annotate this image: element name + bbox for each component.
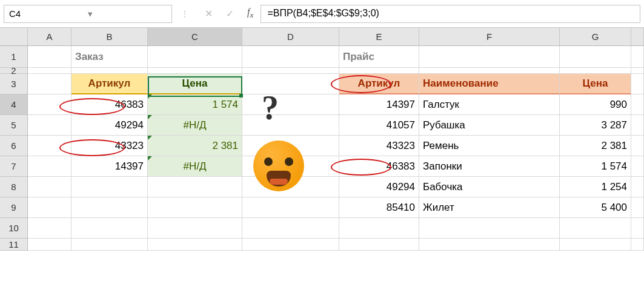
t2-head-price[interactable]: Цена [560,74,631,94]
t2-price[interactable]: 1 254 [560,177,631,197]
cell[interactable] [28,177,71,197]
t2-name[interactable]: Бабочка [419,177,560,197]
row-header-5[interactable]: 5 [0,115,28,136]
t2-name[interactable]: Жилет [419,197,560,218]
cell[interactable] [419,68,560,74]
row-header-7[interactable]: 7 [0,156,28,177]
cell[interactable] [419,218,560,239]
cell[interactable] [28,46,71,68]
t2-price[interactable]: 990 [560,94,631,115]
t1-art[interactable]: 46383 [71,94,148,115]
t2-art[interactable]: 85410 [339,197,419,218]
row-header-11[interactable]: 11 [0,239,28,251]
cell[interactable] [148,68,242,74]
chevron-down-icon[interactable]: ▾ [88,8,167,19]
row-header-8[interactable]: 8 [0,177,28,197]
cell[interactable] [339,218,419,239]
cell[interactable] [242,68,339,74]
row-header-4[interactable]: 4 [0,94,28,115]
t1-price[interactable]: 2 381 [148,136,242,156]
fx-icon[interactable]: fx [247,7,253,20]
cell[interactable] [631,218,644,239]
row-header-2[interactable]: 2 [0,68,28,74]
cell[interactable] [560,46,631,68]
enter-icon[interactable]: ✓ [226,8,234,19]
cell[interactable] [419,239,560,251]
row-header-9[interactable]: 9 [0,197,28,218]
cell[interactable] [560,68,631,74]
cell[interactable] [71,239,148,251]
cell[interactable] [71,218,148,239]
column-header-C[interactable]: C [148,28,242,46]
row-header-1[interactable]: 1 [0,46,28,68]
cell[interactable] [631,68,644,74]
cell[interactable] [339,68,419,74]
t1-price[interactable]: 1 574 [148,94,242,115]
cell[interactable] [560,239,631,251]
cell[interactable] [28,156,71,177]
label-zakaz[interactable]: Заказ [71,46,148,68]
cell[interactable] [242,197,339,218]
cell[interactable] [242,218,339,239]
column-header-F[interactable]: F [419,28,560,46]
t1-art[interactable]: 43323 [71,136,148,156]
row-header-3[interactable]: 3 [0,74,28,94]
cancel-icon[interactable]: ✕ [205,8,213,19]
cell[interactable] [631,136,644,156]
cell[interactable] [28,239,71,251]
t1-head-art[interactable]: Артикул [71,74,148,94]
t1-price[interactable]: #Н/Д [148,156,242,177]
cell[interactable] [631,156,644,177]
t2-price[interactable]: 5 400 [560,197,631,218]
t2-name[interactable]: Рубашка [419,115,560,136]
cell[interactable] [631,74,644,94]
cell[interactable] [631,46,644,68]
formula-input[interactable]: =ВПР(B4;$E$4:$G$9;3;0) [261,5,640,23]
t2-art[interactable]: 46383 [339,156,419,177]
t2-name[interactable]: Ремень [419,136,560,156]
column-header-D[interactable]: D [242,28,339,46]
cell[interactable] [631,239,644,251]
t2-art[interactable]: 14397 [339,94,419,115]
cell[interactable] [242,46,339,68]
column-header-B[interactable]: B [71,28,148,46]
t1-art[interactable]: 49294 [71,115,148,136]
t2-head-name[interactable]: Наименование [419,74,560,94]
cell[interactable] [339,239,419,251]
cell[interactable] [28,218,71,239]
cell[interactable] [242,94,339,115]
column-header-A[interactable]: A [28,28,71,46]
select-all-corner[interactable] [0,28,28,46]
cell[interactable] [148,46,242,68]
t2-head-art[interactable]: Артикул [339,74,419,94]
expand-formula-icon[interactable]: ⋮ [172,9,198,19]
cell[interactable] [419,46,560,68]
cell[interactable] [631,197,644,218]
cell[interactable] [242,239,339,251]
cell[interactable] [242,74,339,94]
t1-price[interactable]: #Н/Д [148,115,242,136]
cell[interactable] [560,218,631,239]
column-header-end[interactable] [631,28,644,46]
column-header-E[interactable]: E [339,28,419,46]
cell[interactable] [71,197,148,218]
cell[interactable] [28,74,71,94]
t2-price[interactable]: 2 381 [560,136,631,156]
cell[interactable] [631,94,644,115]
cell[interactable] [631,115,644,136]
label-prais[interactable]: Прайс [339,46,419,68]
t2-price[interactable]: 1 574 [560,156,631,177]
t2-art[interactable]: 43323 [339,136,419,156]
cell[interactable] [28,136,71,156]
cell[interactable] [28,197,71,218]
t2-price[interactable]: 3 287 [560,115,631,136]
t2-name[interactable]: Запонки [419,156,560,177]
cell[interactable] [148,239,242,251]
cell[interactable] [148,177,242,197]
row-header-10[interactable]: 10 [0,218,28,239]
cell[interactable] [28,68,71,74]
cell[interactable] [28,115,71,136]
row-header-6[interactable]: 6 [0,136,28,156]
cell[interactable] [71,177,148,197]
cell[interactable] [148,218,242,239]
